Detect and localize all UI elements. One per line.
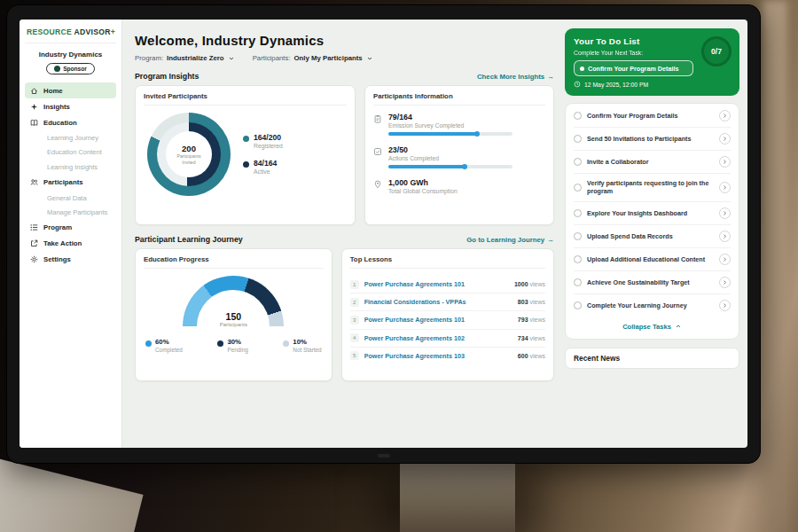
task-checkbox[interactable]	[574, 278, 582, 286]
stat-row: 79/164 Emission Survey Completed	[373, 113, 545, 136]
lesson-views-value: 1000	[514, 281, 528, 287]
task-open-button[interactable]	[719, 254, 731, 265]
wall-light-strip	[763, 0, 787, 532]
task-checkbox[interactable]	[574, 232, 582, 240]
stat-value: 79/164	[388, 113, 512, 121]
task-open-button[interactable]	[719, 207, 731, 219]
task-open-button[interactable]	[719, 110, 731, 121]
stat-value: 23/50	[388, 145, 512, 154]
lesson-link[interactable]: Power Purchase Agreements 101	[364, 316, 512, 324]
lesson-views-unit: views	[528, 281, 545, 287]
legend-dot	[145, 340, 152, 347]
lesson-row: 1 Power Purchase Agreements 101 1000 vie…	[350, 276, 545, 293]
task-checkbox[interactable]	[574, 184, 582, 192]
sidebar-item-education[interactable]: Education	[25, 114, 116, 130]
logo-part-advisor: ADVISOR	[74, 27, 110, 36]
legend-label: Registered	[254, 143, 283, 149]
todo-task-row[interactable]: Confirm Your Program Details	[574, 105, 731, 128]
lesson-link[interactable]: Power Purchase Agreements 102	[364, 334, 512, 342]
checklist-icon	[373, 147, 382, 156]
insights-cards-row: Invited Participants 200 Participants In…	[135, 85, 554, 225]
todo-task-list: Confirm Your Program Details Send 50 Inv…	[565, 103, 739, 340]
task-checkbox[interactable]	[574, 255, 582, 263]
recent-news-header[interactable]: Recent News	[565, 348, 739, 369]
task-open-button[interactable]	[719, 182, 731, 193]
lesson-link[interactable]: Power Purchase Agreements 103	[364, 352, 512, 360]
participants-filter[interactable]: Participants: Only My Participants	[253, 54, 373, 62]
todo-task-row[interactable]: Send 50 Invitations to Participants	[574, 128, 731, 151]
todo-task-row[interactable]: Explore Your Insights Dashboard	[574, 202, 731, 225]
lesson-views-unit: views	[528, 317, 545, 323]
sidebar: RESOURCE ADVISOR+ Industry Dynamics Spon…	[20, 20, 122, 448]
check-more-insights-link[interactable]: Check More Insights →	[477, 73, 554, 81]
todo-task-row[interactable]: Invite a Collaborator	[574, 151, 731, 174]
todo-task-row[interactable]: Verify participants requesting to join t…	[574, 174, 731, 202]
dashboard-screen: RESOURCE ADVISOR+ Industry Dynamics Spon…	[20, 20, 747, 448]
chevron-right-icon	[722, 159, 728, 165]
task-checkbox[interactable]	[574, 112, 582, 120]
sidebar-item-learning-insights[interactable]: Learning Insights	[25, 160, 116, 175]
lesson-link[interactable]: Financial Considerations - VPPAs	[364, 298, 512, 306]
chevron-right-icon	[722, 256, 728, 262]
sidebar-item-program[interactable]: Program	[25, 220, 116, 236]
go-to-learning-journey-link[interactable]: Go to Learning Journey →	[466, 236, 554, 244]
legend-item: 30% Pending	[217, 339, 247, 353]
task-checkbox[interactable]	[574, 158, 582, 166]
lesson-link[interactable]: Power Purchase Agreements 101	[364, 280, 509, 288]
task-label: Explore Your Insights Dashboard	[587, 209, 714, 217]
participants-filter-label: Participants:	[253, 54, 291, 62]
filters-row: Program: Industrialize Zero Participants…	[135, 54, 554, 62]
sponsor-badge[interactable]: Sponsor	[46, 63, 95, 74]
sidebar-item-settings[interactable]: Settings	[25, 252, 116, 268]
sidebar-item-learning-journey[interactable]: Learning Journey	[25, 130, 116, 145]
task-checkbox[interactable]	[574, 301, 582, 309]
legend-dot	[283, 340, 289, 347]
sidebar-item-general-data[interactable]: General Data	[25, 191, 116, 206]
clock-icon	[574, 81, 581, 88]
task-open-button[interactable]	[719, 156, 731, 168]
sidebar-item-participants[interactable]: Participants	[25, 175, 116, 191]
sidebar-item-take-action[interactable]: Take Action	[25, 236, 116, 252]
chevron-right-icon	[722, 113, 728, 119]
card-title: Education Progress	[144, 255, 324, 269]
invited-donut-chart: 200 Participants Invited	[147, 113, 231, 196]
progress-bar-fill	[388, 165, 466, 168]
todo-task-row[interactable]: Upload Spend Data Records	[574, 225, 731, 248]
desk-object	[0, 458, 144, 532]
chevron-down-icon	[228, 55, 235, 62]
task-open-button[interactable]	[719, 133, 731, 145]
gauge-center-value: 150	[144, 311, 324, 322]
task-label: Invite a Collaborator	[587, 158, 714, 166]
sidebar-item-manage-participants[interactable]: Manage Participants	[25, 205, 116, 220]
task-checkbox[interactable]	[574, 209, 582, 217]
lesson-row: 4 Power Purchase Agreements 102 734 view…	[350, 330, 545, 348]
home-icon	[30, 87, 38, 95]
sidebar-item-label: Learning Insights	[47, 163, 98, 171]
next-task-pill[interactable]: Confirm Your Program Details	[574, 60, 693, 76]
sidebar-item-home[interactable]: Home	[25, 82, 116, 98]
section-title: Program Insights	[135, 72, 199, 81]
export-arrow-icon	[30, 239, 38, 247]
sidebar-item-education-content[interactable]: Education Content	[25, 145, 116, 160]
task-label: Upload Spend Data Records	[587, 232, 714, 240]
todo-task-row[interactable]: Achieve One Sustainability Target	[574, 271, 731, 294]
task-open-button[interactable]	[719, 231, 731, 242]
task-open-button[interactable]	[719, 277, 731, 288]
stat-label: Emission Survey Completed	[388, 122, 512, 129]
legend-item: 60% Completed	[145, 339, 183, 353]
task-checkbox[interactable]	[574, 135, 582, 143]
task-label: Complete Your Learning Journey	[587, 301, 714, 309]
lesson-views-unit: views	[528, 335, 545, 341]
next-task-label: Confirm Your Program Details	[588, 65, 678, 73]
background-scene: RESOURCE ADVISOR+ Industry Dynamics Spon…	[0, 0, 798, 532]
todo-task-row[interactable]: Upload Additional Educational Content	[574, 248, 731, 271]
gauge-center-label: Participants	[144, 322, 324, 327]
todo-task-row[interactable]: Complete Your Learning Journey	[574, 294, 731, 317]
lesson-views-unit: views	[528, 299, 545, 305]
collapse-tasks-link[interactable]: Collapse Tasks	[574, 317, 731, 338]
sidebar-item-insights[interactable]: Insights	[25, 98, 116, 114]
program-filter[interactable]: Program: Industrialize Zero	[135, 54, 235, 62]
clipboard-icon	[373, 114, 382, 123]
card-title: Top Lessons	[350, 255, 545, 269]
task-open-button[interactable]	[719, 300, 731, 311]
